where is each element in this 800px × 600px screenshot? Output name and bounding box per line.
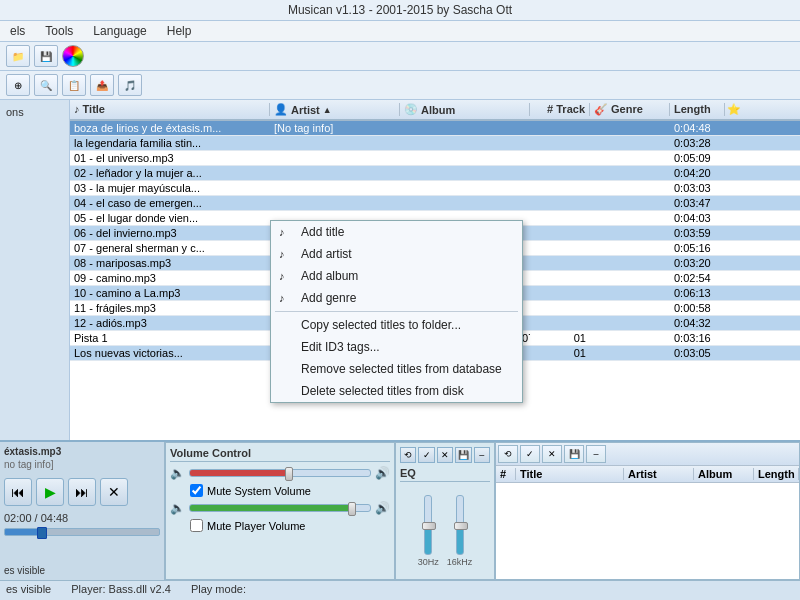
ctx-menu-item[interactable]: ♪Add artist <box>271 243 522 265</box>
mute-system-checkbox[interactable]: Mute System Volume <box>190 484 390 497</box>
eq-btn-3[interactable]: ✕ <box>437 447 453 463</box>
toolbar-btn-1[interactable]: 📁 <box>6 45 30 67</box>
time-display: 02:00 / 04:48 <box>4 512 160 524</box>
ctx-menu-item[interactable]: ♪Add genre <box>271 287 522 309</box>
col-album[interactable]: 💿 Album <box>400 103 530 116</box>
col-track[interactable]: # Track <box>530 103 590 116</box>
td-track <box>530 317 590 329</box>
menu-language[interactable]: Language <box>87 23 152 39</box>
col-length[interactable]: Length <box>670 103 725 116</box>
td-star <box>725 122 745 134</box>
sidebar-item-ons[interactable]: ons <box>2 104 67 120</box>
td-track <box>530 287 590 299</box>
col-title[interactable]: ♪ Title <box>70 103 270 116</box>
td-genre <box>590 302 670 314</box>
td-genre <box>590 167 670 179</box>
mute-system-input[interactable] <box>190 484 203 497</box>
td-title: 06 - del invierno.mp3 <box>70 227 270 239</box>
td-length: 0:06:13 <box>670 287 725 299</box>
titlebar: Musican v1.13 - 2001-2015 by Sascha Ott <box>0 0 800 21</box>
table-row[interactable]: 02 - leñador y la mujer a... 0:04:20 <box>70 166 800 181</box>
color-btn[interactable] <box>62 45 84 67</box>
pl-btn-2[interactable]: ✓ <box>520 445 540 463</box>
toolbar2-btn-5[interactable]: 🎵 <box>118 74 142 96</box>
now-playing-title: éxtasis.mp3 <box>4 446 160 457</box>
toolbar2-btn-2[interactable]: 🔍 <box>34 74 58 96</box>
td-star <box>725 287 745 299</box>
td-track <box>530 122 590 134</box>
ctx-icon: ♪ <box>279 248 285 260</box>
toolbar2-btn-4[interactable]: 📤 <box>90 74 114 96</box>
toolbar-btn-2[interactable]: 💾 <box>34 45 58 67</box>
mute-player-input[interactable] <box>190 519 203 532</box>
player-vol-slider[interactable] <box>189 504 371 512</box>
pl-col-album: Album <box>694 468 754 480</box>
td-track: 01 <box>530 347 590 359</box>
ctx-menu-item[interactable]: Remove selected titles from database <box>271 358 522 380</box>
td-genre <box>590 152 670 164</box>
td-star <box>725 182 745 194</box>
ctx-items: ♪Add title♪Add artist♪Add album♪Add genr… <box>271 221 522 402</box>
pl-btn-1[interactable]: ⟲ <box>498 445 518 463</box>
next-button[interactable]: ⏭ <box>68 478 96 506</box>
col-star[interactable]: ⭐ <box>725 103 745 116</box>
mute-player-checkbox[interactable]: Mute Player Volume <box>190 519 390 532</box>
volume-control: Volume Control 🔈 🔊 Mute System Volume 🔈 … <box>165 442 395 580</box>
td-artist <box>270 152 400 164</box>
eq-btn-1[interactable]: ⟲ <box>400 447 416 463</box>
stop-button[interactable]: ✕ <box>100 478 128 506</box>
eq-thumb-high[interactable] <box>454 522 468 530</box>
prev-button[interactable]: ⏮ <box>4 478 32 506</box>
td-artist <box>270 167 400 179</box>
seek-bar[interactable] <box>4 528 160 536</box>
table-row[interactable]: 01 - el universo.mp3 0:05:09 <box>70 151 800 166</box>
eq-btn-2[interactable]: ✓ <box>418 447 434 463</box>
td-genre <box>590 347 670 359</box>
menu-help[interactable]: Help <box>161 23 198 39</box>
ctx-menu-item[interactable]: Delete selected titles from disk <box>271 380 522 402</box>
td-length: 0:03:59 <box>670 227 725 239</box>
td-star <box>725 317 745 329</box>
td-genre <box>590 257 670 269</box>
td-artist <box>270 182 400 194</box>
eq-track-low[interactable] <box>424 495 432 555</box>
eq-track-high[interactable] <box>456 495 464 555</box>
player-vol-thumb[interactable] <box>348 502 356 516</box>
table-row[interactable]: 04 - el caso de emergen... 0:03:47 <box>70 196 800 211</box>
ctx-menu-item[interactable]: ♪Add title <box>271 221 522 243</box>
td-star <box>725 212 745 224</box>
table-row[interactable]: la legendaria familia stin... 0:03:28 <box>70 136 800 151</box>
pl-btn-3[interactable]: ✕ <box>542 445 562 463</box>
table-row[interactable]: boza de lirios y de éxtasis.m... [No tag… <box>70 121 800 136</box>
toolbar2-btn-1[interactable]: ⊕ <box>6 74 30 96</box>
td-genre <box>590 242 670 254</box>
td-artist <box>270 137 400 149</box>
td-album <box>400 122 530 134</box>
ctx-menu-item[interactable]: Edit ID3 tags... <box>271 336 522 358</box>
td-track <box>530 257 590 269</box>
td-star <box>725 197 745 209</box>
ctx-menu-item[interactable]: Copy selected titles to folder... <box>271 314 522 336</box>
ctx-menu-item[interactable]: ♪Add album <box>271 265 522 287</box>
system-vol-slider[interactable] <box>189 469 371 477</box>
pl-btn-5[interactable]: – <box>586 445 606 463</box>
play-button[interactable]: ▶ <box>36 478 64 506</box>
toolbar2-btn-3[interactable]: 📋 <box>62 74 86 96</box>
table-row[interactable]: 03 - la mujer mayúscula... 0:03:03 <box>70 181 800 196</box>
system-vol-thumb[interactable] <box>285 467 293 481</box>
eq-btn-5[interactable]: – <box>474 447 490 463</box>
eq-btn-4[interactable]: 💾 <box>455 447 471 463</box>
music-icon: ♪ <box>74 103 80 115</box>
col-genre[interactable]: 🎸 Genre <box>590 103 670 116</box>
col-artist[interactable]: 👤 Artist ▲ <box>270 103 400 116</box>
pl-btn-4[interactable]: 💾 <box>564 445 584 463</box>
player-status: es visible <box>4 565 160 576</box>
menu-tools[interactable]: Tools <box>39 23 79 39</box>
menu-els[interactable]: els <box>4 23 31 39</box>
seek-thumb[interactable] <box>37 527 47 539</box>
playlist-header: # Title Artist Album Length <box>496 466 799 483</box>
td-artist: [No tag info] <box>270 122 400 134</box>
eq-label-high: 16kHz <box>447 557 473 567</box>
td-genre <box>590 287 670 299</box>
eq-thumb-low[interactable] <box>422 522 436 530</box>
